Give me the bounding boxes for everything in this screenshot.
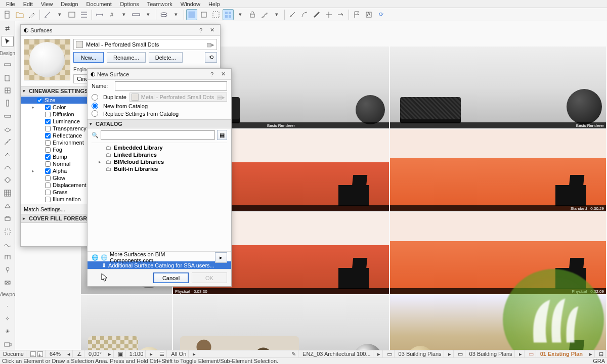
menu-file[interactable]: File	[2, 1, 19, 7]
new-doc-icon[interactable]	[2, 9, 13, 20]
close-icon[interactable]: ✕	[207, 26, 217, 34]
setting-checkbox[interactable]	[45, 161, 51, 167]
delete-button[interactable]: Delete...	[149, 52, 183, 63]
thick-icon[interactable]	[311, 9, 322, 20]
grid-view-icon[interactable]: ▦	[217, 130, 227, 140]
chevron-down-icon[interactable]: ▾	[271, 9, 282, 20]
measure-icon[interactable]	[287, 9, 298, 20]
dim-icon[interactable]	[94, 9, 105, 20]
nav-prev-icon[interactable]: ◂	[67, 351, 70, 357]
layer-icon[interactable]	[158, 9, 169, 20]
wall-tool-icon[interactable]	[42, 9, 53, 20]
opening-icon[interactable]	[2, 277, 14, 288]
chevron-down-icon[interactable]: ▾	[143, 9, 154, 20]
chevron-down-icon[interactable]: ▾	[54, 9, 65, 20]
brush-icon[interactable]	[26, 9, 37, 20]
chevron-right-icon[interactable]: ▸	[589, 351, 592, 357]
refresh-icon[interactable]: ⟳	[375, 9, 386, 20]
menu-view[interactable]: View	[37, 1, 57, 7]
marquee-icon[interactable]	[210, 9, 222, 20]
new-button[interactable]: New...	[73, 52, 104, 63]
setting-checkbox[interactable]	[45, 183, 51, 188]
plan-tab-1[interactable]: 03 Building Plans	[397, 350, 444, 357]
setting-checkbox[interactable]	[45, 147, 51, 153]
catalog-header[interactable]: ▾CATALOG	[88, 119, 231, 128]
lock-icon[interactable]	[247, 9, 258, 20]
plan-tab-3[interactable]: 01 Existing Plan	[538, 350, 585, 357]
new-from-catalog-radio[interactable]	[92, 103, 98, 109]
wall-icon[interactable]	[2, 60, 14, 70]
object-icon[interactable]	[2, 213, 14, 224]
plan-tab-2[interactable]: 03 Building Plans	[467, 350, 515, 357]
share-icon[interactable]: ⟲	[205, 52, 217, 63]
chevron-down-icon[interactable]: ▾	[235, 9, 246, 20]
replace-from-catalog-radio[interactable]	[92, 110, 98, 117]
chevron-right-icon[interactable]: ▸	[377, 351, 380, 357]
column-icon[interactable]	[2, 98, 14, 109]
render-thumb[interactable]: Basic Renderer	[390, 47, 606, 128]
status-tab[interactable]: Docume	[1, 350, 26, 357]
chevron-right-icon[interactable]: ▸	[448, 351, 451, 357]
slab-icon[interactable]	[2, 123, 14, 134]
menu-document[interactable]: Document	[82, 1, 116, 7]
material-name-field[interactable]: Metal - Perforated Small Dots ▤▸	[73, 39, 217, 50]
close-icon[interactable]: ✕	[218, 70, 228, 78]
door-icon[interactable]	[2, 72, 14, 83]
library-bimcloud-libraries[interactable]: ▸🗀BIMcloud Libraries	[92, 158, 227, 165]
curtain-wall-icon[interactable]	[2, 188, 14, 198]
setting-checkbox[interactable]	[45, 168, 51, 174]
rename-button[interactable]: Rename...	[107, 52, 146, 63]
menu-options[interactable]: Options	[116, 1, 143, 7]
more-surfaces-link[interactable]: 🌐 🌐 More Surfaces on BIM Components.com.…	[88, 253, 231, 261]
shell-icon[interactable]	[2, 162, 14, 172]
list-icon[interactable]	[78, 9, 90, 20]
chevron-down-icon[interactable]: ▾	[170, 9, 182, 20]
library-built-in-libraries[interactable]: 🗀Built-in Libraries	[92, 165, 227, 172]
zoom-value[interactable]: 64%	[48, 350, 63, 357]
grid-icon[interactable]	[223, 9, 234, 20]
zoom-out-icon[interactable]: −	[30, 351, 36, 357]
coord-x[interactable]: 0,00°	[86, 350, 104, 357]
flag-icon[interactable]	[351, 9, 362, 20]
snap-icon[interactable]: #	[106, 9, 117, 20]
menu-window[interactable]: Window	[177, 1, 204, 7]
modelview-combo[interactable]: ENZ_03 Architectural 100...	[300, 350, 373, 357]
setting-checkbox[interactable]	[45, 140, 51, 146]
setting-checkbox[interactable]	[45, 119, 51, 124]
render-thumb[interactable]	[173, 295, 389, 350]
morph-icon[interactable]	[2, 200, 14, 211]
swap-icon[interactable]: ⇄	[2, 23, 14, 34]
window-icon[interactable]	[2, 85, 14, 96]
menu-edit[interactable]: Edit	[19, 1, 37, 7]
view-icon[interactable]	[66, 9, 77, 20]
library-embedded-library[interactable]: 🗀Embedded Library	[92, 144, 227, 151]
render-thumb[interactable]: Standard - 0:00:29	[390, 129, 606, 211]
ssa-catalog-link[interactable]: ⬇ Additional Surface Catalog for SSA use…	[88, 261, 231, 269]
center-icon[interactable]: ·	[2, 301, 14, 311]
menu-help[interactable]: Help	[204, 1, 224, 7]
skylight-icon[interactable]	[2, 175, 14, 186]
arc-icon[interactable]	[299, 9, 310, 20]
cancel-button[interactable]: Cancel	[153, 272, 189, 283]
setting-checkbox[interactable]	[45, 105, 51, 110]
catalog-search-input[interactable]	[101, 130, 215, 140]
setting-checkbox[interactable]	[45, 154, 51, 160]
3d-window-icon[interactable]	[186, 9, 197, 20]
library-linked-libraries[interactable]: 🗀Linked Libraries	[92, 151, 227, 158]
scale-value[interactable]: 1:100	[127, 350, 146, 357]
setting-checkbox[interactable]	[45, 133, 51, 139]
setting-checkbox[interactable]	[45, 112, 51, 117]
nav-next-icon[interactable]: ▸	[150, 351, 153, 357]
match-settings-link[interactable]: Match Settings...	[24, 206, 65, 212]
beam-icon[interactable]	[2, 111, 14, 121]
railing-icon[interactable]	[2, 252, 14, 262]
name-input[interactable]	[115, 81, 227, 90]
setting-checkbox[interactable]	[45, 190, 51, 195]
go-icon[interactable]: ▸	[215, 252, 227, 263]
camera-icon[interactable]	[2, 339, 14, 350]
help-button[interactable]: ?	[196, 26, 206, 34]
setting-checkbox[interactable]	[45, 197, 51, 202]
text-icon[interactable]: A	[363, 9, 374, 20]
stair-icon[interactable]	[2, 136, 14, 147]
dropdown-icon[interactable]: ▤▸	[206, 41, 214, 48]
